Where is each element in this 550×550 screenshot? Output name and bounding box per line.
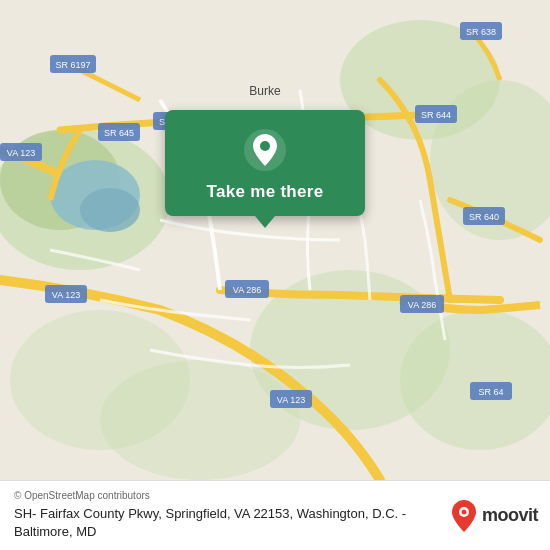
moovit-pin-icon [450,499,478,533]
info-bar: © OpenStreetMap contributors SH- Fairfax… [0,480,550,550]
svg-text:VA 286: VA 286 [233,285,261,295]
take-me-there-button[interactable]: Take me there [207,182,324,202]
moovit-logo: moovit [450,499,538,533]
map-container: SR 645 SR 6197 SR 645 VA 123 VA 123 VA 1… [0,0,550,480]
svg-text:VA 286: VA 286 [408,300,436,310]
svg-text:VA 123: VA 123 [277,395,305,405]
svg-text:VA 123: VA 123 [7,148,35,158]
address-text: SH- Fairfax County Pkwy, Springfield, VA… [14,505,440,541]
svg-point-37 [260,141,270,151]
info-left: © OpenStreetMap contributors SH- Fairfax… [14,490,440,541]
svg-text:SR 6197: SR 6197 [55,60,90,70]
svg-text:SR 64: SR 64 [478,387,503,397]
svg-text:SR 644: SR 644 [421,110,451,120]
popup-card: Take me there [165,110,365,216]
svg-point-39 [461,509,466,514]
osm-attribution: © OpenStreetMap contributors [14,490,440,501]
svg-text:SR 638: SR 638 [466,27,496,37]
svg-point-8 [100,360,300,480]
map-background: SR 645 SR 6197 SR 645 VA 123 VA 123 VA 1… [0,0,550,480]
svg-text:VA 123: VA 123 [52,290,80,300]
svg-text:Burke: Burke [249,84,281,98]
moovit-text: moovit [482,505,538,526]
svg-text:SR 640: SR 640 [469,212,499,222]
svg-point-10 [80,188,140,232]
svg-text:SR 645: SR 645 [104,128,134,138]
location-pin-icon [243,128,287,172]
